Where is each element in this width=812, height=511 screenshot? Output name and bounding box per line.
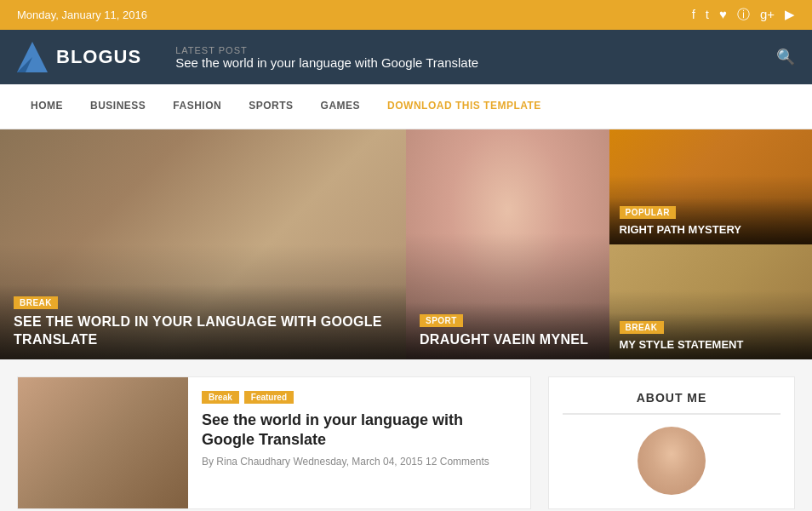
nav-sports[interactable]: SPORTS — [235, 84, 306, 129]
hero-middle-overlay: SPORT DRAUGHT VAEIN MYNEL — [406, 302, 609, 359]
tag-break: Break — [202, 391, 239, 404]
hero-middle-tag: SPORT — [420, 314, 463, 327]
article-meta: By Rina Chaudhary Wednesday, March 04, 2… — [202, 456, 517, 468]
nav-games[interactable]: GAMES — [307, 84, 375, 129]
sidebar-about-title: ABOUT ME — [563, 391, 781, 415]
hero-grid: BREAK SEE THE WORLD IN YOUR LANGUAGE WIT… — [0, 129, 812, 359]
sidebar-avatar — [638, 427, 706, 495]
search-icon[interactable]: 🔍 — [776, 48, 795, 66]
googleplus-icon[interactable]: g+ — [760, 7, 775, 23]
hero-top-right-overlay: POPULAR RIGHT PATH MYSTERY — [609, 198, 813, 244]
hero-top-right-title: RIGHT PATH MYSTERY — [620, 223, 803, 238]
hero-bottom-right-title: MY STYLE STATEMENT — [620, 338, 803, 353]
hero-top-right-cell[interactable]: POPULAR RIGHT PATH MYSTERY — [609, 129, 813, 244]
nav-home[interactable]: HOME — [17, 84, 77, 129]
main-nav: HOME BUSINESS FASHION SPORTS GAMES DOWNL… — [0, 84, 812, 129]
facebook-icon[interactable]: f — [692, 7, 695, 23]
article-card[interactable]: Break Featured See the world in your lan… — [17, 376, 531, 509]
latest-post-title: See the world in your language with Goog… — [175, 55, 776, 70]
bottom-area: Break Featured See the world in your lan… — [0, 359, 812, 511]
article-tags: Break Featured — [202, 391, 517, 404]
date-label: Monday, January 11, 2016 — [17, 9, 147, 21]
social-icons-bar: f t ♥ ⓘ g+ ▶ — [692, 7, 795, 23]
article-content: Break Featured See the world in your lan… — [188, 377, 530, 508]
article-thumb-image — [18, 377, 188, 508]
sidebar: ABOUT ME — [548, 376, 795, 509]
hero-main-cell[interactable]: BREAK SEE THE WORLD IN YOUR LANGUAGE WIT… — [0, 129, 406, 359]
hero-bottom-right-tag: BREAK — [620, 321, 664, 334]
nav-fashion[interactable]: FASHION — [159, 84, 235, 129]
nav-business[interactable]: BUSINESS — [77, 84, 159, 129]
hero-middle-cell[interactable]: SPORT DRAUGHT VAEIN MYNEL — [406, 129, 609, 359]
article-thumbnail — [18, 377, 188, 508]
nav-download-template[interactable]: DOWNLOAD THIS TEMPLATE — [374, 84, 555, 129]
hero-main-tag: BREAK — [14, 296, 58, 309]
tag-featured: Featured — [244, 391, 294, 404]
hero-main-overlay: BREAK SEE THE WORLD IN YOUR LANGUAGE WIT… — [0, 284, 406, 359]
article-title: See the world in your language with Goog… — [202, 411, 517, 451]
hero-bottom-right-cell[interactable]: BREAK MY STYLE STATEMENT — [609, 244, 813, 359]
site-name: BLOGUS — [56, 46, 141, 68]
logo-icon — [17, 42, 48, 72]
heart-icon[interactable]: ♥ — [719, 7, 727, 23]
latest-post-area: LATEST POST See the world in your langua… — [141, 45, 776, 70]
hero-main-title: SEE THE WORLD IN YOUR LANGUAGE WITH GOOG… — [14, 313, 392, 349]
twitter-icon[interactable]: t — [706, 7, 709, 23]
site-header: BLOGUS LATEST POST See the world in your… — [0, 30, 812, 84]
hero-top-right-tag: POPULAR — [620, 206, 676, 219]
top-bar: Monday, January 11, 2016 f t ♥ ⓘ g+ ▶ — [0, 0, 812, 30]
hero-bottom-right-overlay: BREAK MY STYLE STATEMENT — [609, 313, 813, 359]
hero-middle-title: DRAUGHT VAEIN MYNEL — [420, 331, 596, 349]
youtube-icon[interactable]: ▶ — [785, 7, 795, 23]
latest-post-label: LATEST POST — [175, 45, 776, 55]
instagram-icon[interactable]: ⓘ — [737, 7, 750, 23]
logo-area[interactable]: BLOGUS — [17, 42, 141, 72]
